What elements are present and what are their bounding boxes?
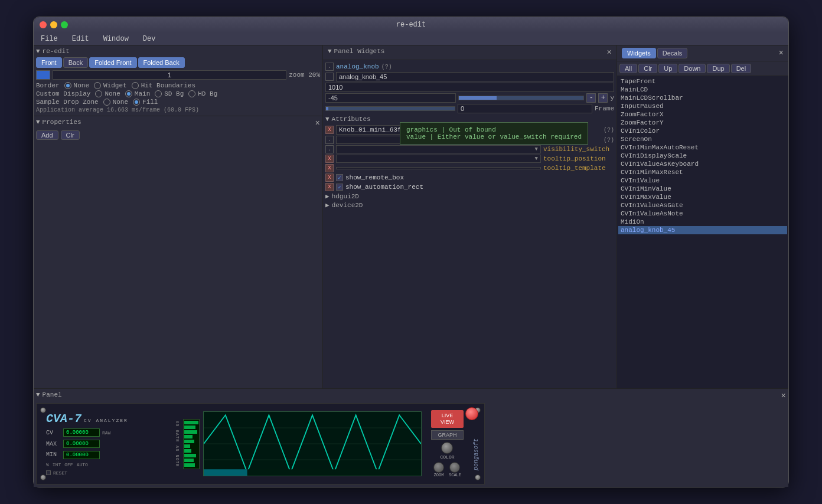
attr-x-tooltip-pos[interactable]: X — [325, 155, 334, 163]
widget-list-item[interactable]: ZoomFactorX — [618, 110, 787, 119]
radio-hit[interactable] — [132, 82, 139, 89]
attr-x-graphics[interactable]: X — [325, 126, 334, 134]
ctrl-dup[interactable]: Dup — [707, 64, 729, 73]
widget-number-input[interactable] — [325, 83, 614, 92]
maximize-button[interactable] — [61, 21, 68, 28]
drop-fill[interactable]: Fill — [133, 99, 158, 106]
menu-dev[interactable]: Dev — [141, 34, 158, 44]
plus-button[interactable]: + — [598, 93, 608, 103]
ctrl-all[interactable]: All — [619, 64, 637, 73]
display-hd[interactable]: HD Bg — [188, 90, 217, 97]
widget-list-item[interactable]: TapeFront — [618, 77, 787, 86]
slider-value-input[interactable] — [325, 93, 456, 103]
ctrl-del[interactable]: Del — [731, 64, 752, 73]
collapse-icon[interactable]: ▼ — [36, 48, 40, 55]
collapsible-hdgui2d[interactable]: ▶ hdgui2D — [325, 192, 614, 200]
attr-x-tooltip-tmpl[interactable]: X — [325, 164, 334, 172]
border-none[interactable]: None — [64, 82, 89, 89]
slider-bar[interactable] — [458, 96, 584, 100]
tab-front[interactable]: Front — [36, 57, 62, 68]
widget-list-item[interactable]: CVIn1MinValue — [618, 185, 787, 193]
widget-list-item[interactable]: CVIn1MinMaxAutoReset — [618, 143, 787, 152]
panel-collapse-icon[interactable]: ▼ — [36, 391, 40, 398]
radio-display-sd[interactable] — [155, 90, 162, 97]
drop-none[interactable]: None — [103, 99, 128, 106]
properties-collapse-icon[interactable]: ▼ — [36, 119, 40, 126]
widget-list-item[interactable]: CVIn1DisplayScale — [618, 152, 787, 160]
display-sd[interactable]: SD Bg — [155, 90, 184, 97]
widget-list-item[interactable]: MidiOn — [618, 218, 787, 226]
widget-list-item[interactable]: CVIn1ValueAsGate — [618, 201, 787, 210]
radio-drop-fill[interactable] — [133, 99, 140, 106]
attr-x-remote-box[interactable]: X — [325, 174, 334, 182]
radio-none[interactable] — [64, 82, 71, 89]
ctrl-down[interactable]: Down — [679, 64, 706, 73]
frame-value-input[interactable] — [458, 104, 592, 113]
tab-folded-back[interactable]: Folded Back — [138, 57, 185, 68]
waveform-graph — [203, 411, 422, 476]
widget-list-item[interactable]: analog_knob_45 — [618, 226, 787, 234]
radio-widget[interactable] — [94, 82, 101, 89]
widget-list-item[interactable]: CVIn1MaxValue — [618, 193, 787, 201]
radio-display-none[interactable] — [95, 90, 102, 97]
checkbox-automation-rect[interactable] — [336, 184, 343, 191]
color-knob[interactable] — [441, 442, 453, 454]
collapsible-device2d[interactable]: ▶ device2D — [325, 201, 614, 209]
right-panel: Widgets Decals × All Clr Up Down Dup Del… — [617, 45, 788, 388]
properties-close[interactable]: × — [315, 119, 320, 128]
widget-id-input[interactable] — [336, 72, 614, 81]
widget-list-item[interactable]: CVIn1MinMaxReset — [618, 168, 787, 176]
display-main[interactable]: Main — [125, 90, 150, 97]
panel-widgets-close[interactable]: × — [607, 48, 612, 57]
attr-x-automation-rect[interactable]: X — [325, 183, 334, 191]
ctrl-clr[interactable]: Clr — [638, 64, 657, 73]
widgets-close[interactable]: × — [779, 48, 784, 58]
widget-list-item[interactable]: MainLCD — [618, 86, 787, 94]
widget-list-item[interactable]: ZoomFactorY — [618, 119, 787, 127]
traffic-lights[interactable] — [40, 21, 68, 28]
radio-display-main[interactable] — [125, 90, 132, 97]
tab-widgets[interactable]: Widgets — [622, 48, 656, 58]
scale-label: SCALE — [449, 473, 461, 477]
zoom-knob[interactable] — [433, 462, 444, 473]
minus-button[interactable]: - — [586, 93, 596, 103]
attr-dropdown-tooltip-pos[interactable]: ▼ — [336, 155, 541, 163]
border-widget[interactable]: Widget — [94, 82, 127, 89]
widget-list-item[interactable]: MainLCDScrollbar — [618, 94, 787, 102]
panel-close[interactable]: × — [781, 391, 786, 401]
attr-dropdown-visibility[interactable]: ▼ — [336, 145, 541, 153]
display-none[interactable]: None — [95, 90, 120, 97]
minimize-button[interactable] — [50, 21, 57, 28]
reset-checkbox[interactable] — [46, 470, 51, 475]
widget-list-item[interactable]: InputPaused — [618, 102, 787, 110]
color-swatch[interactable] — [36, 70, 50, 80]
live-view-button[interactable]: LIVE VIEW — [431, 410, 464, 428]
checkbox-remote-box[interactable] — [336, 174, 343, 181]
radio-drop-none[interactable] — [103, 99, 110, 106]
radio-display-hd[interactable] — [188, 90, 195, 97]
tab-decals[interactable]: Decals — [657, 48, 688, 58]
panel-widgets-collapse-icon[interactable]: ▼ — [328, 48, 332, 55]
value-field[interactable] — [53, 70, 286, 80]
graph-button[interactable]: GRAPH — [431, 430, 464, 440]
menu-file[interactable]: File — [38, 34, 60, 44]
widget-list-item[interactable]: CVIn1Value — [618, 176, 787, 185]
tab-folded-front[interactable]: Folded Front — [89, 57, 136, 68]
add-button[interactable]: Add — [36, 130, 58, 140]
tab-back[interactable]: Back — [63, 57, 88, 68]
widget-list-item[interactable]: CVIn1ValueAsNote — [618, 210, 787, 218]
widget-dot-indicator: . — [325, 63, 334, 71]
border-hit[interactable]: Hit Boundaries — [132, 82, 195, 89]
clr-button[interactable]: Clr — [61, 130, 80, 140]
scale-knob[interactable] — [449, 462, 460, 473]
widget-list-item[interactable]: ScreenOn — [618, 135, 787, 143]
dropdown-arrow-visibility: ▼ — [535, 146, 538, 152]
menu-edit[interactable]: Edit — [70, 34, 92, 44]
menu-window[interactable]: Window — [101, 34, 131, 44]
widget-list-item[interactable]: CVIn1Color — [618, 127, 787, 135]
attr-dropdown-tooltip-tmpl[interactable] — [336, 167, 541, 169]
widget-list-item[interactable]: CVIn1ValueAsKeyboard — [618, 160, 787, 168]
frame-slider-bar[interactable] — [325, 106, 455, 111]
close-button[interactable] — [40, 21, 47, 28]
ctrl-up[interactable]: Up — [658, 64, 677, 73]
